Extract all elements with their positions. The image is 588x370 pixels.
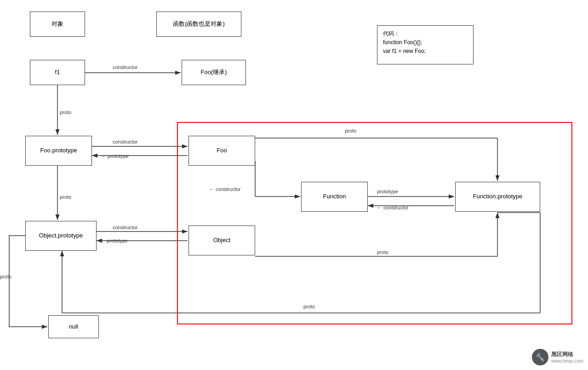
object-box: Object [188,225,255,255]
null-box: null [48,315,99,338]
watermark-logo: 🔧 [532,349,548,365]
code-line-1: 代码： [383,29,468,38]
label-proto-object-right: proto [377,249,388,255]
label-constructor-func-proto: ← constructor [377,205,408,210]
foo-inherit-box: Foo(继承) [182,60,246,85]
function-box: Function [301,182,368,212]
label-constructor-foo-func: ← constructor [209,186,240,192]
object-prototype-box: Object.prototype [25,221,97,251]
foo-box: Foo [188,136,255,166]
watermark: 🔧 黑区网络 www.heiqu.com [532,349,583,365]
diagram: 对象 函数(函数也是对象) f1 Foo(继承) Foo.prototype F… [0,0,588,370]
label-constructor-foo-proto: constructor [113,139,137,145]
foo-prototype-box: Foo.prototype [25,136,92,166]
label-proto-bottom: proto [303,304,315,309]
function-prototype-box: Function.prototype [455,182,540,212]
label-prototype-foo-proto: ← prototype [101,153,129,159]
label-proto-foo-proto: proto [60,194,71,200]
label-prototype-obj-proto: ← prototype [100,238,128,243]
watermark-url: www.heiqu.com [551,358,583,364]
object-top-box: 对象 [30,12,85,37]
label-prototype-func: prototype [377,189,398,194]
label-constructor-obj-proto: constructor [113,225,137,230]
function-top-box: 函数(函数也是对象) [156,12,241,37]
label-proto-null: proto [0,274,11,279]
f1-box: f1 [30,60,85,85]
code-line-2: function Foo(){}; [383,38,468,47]
label-constructor-f1: constructor [113,64,137,70]
label-proto-foo-func: proto [345,128,356,133]
label-proto-f1: proto [60,110,71,115]
code-line-3: var f1 = new Foo; [383,47,468,56]
code-box: 代码： function Foo(){}; var f1 = new Foo; [377,25,474,64]
watermark-site: 黑区网络 [551,351,583,358]
